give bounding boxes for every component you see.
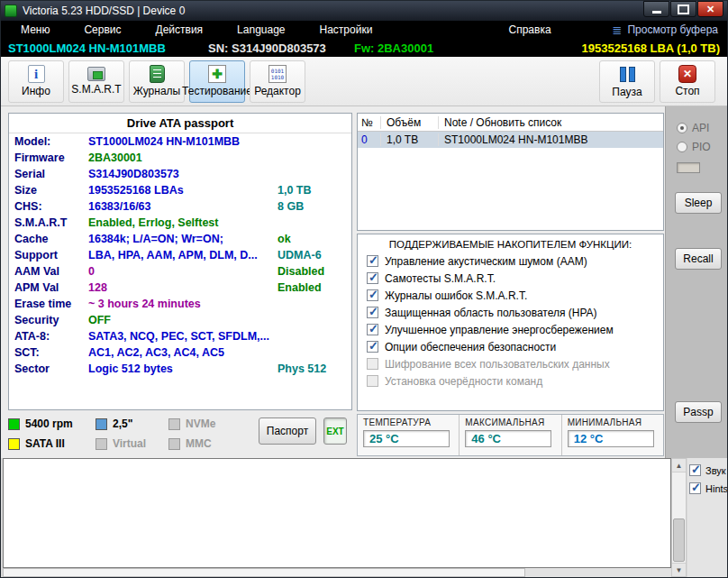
infobar-capacity: 1953525168 LBA (1,0 TB) [582,41,720,55]
passport-button[interactable]: Паспорт [259,417,316,445]
temperature-current-label: ТЕМПЕРАТУРА [363,417,453,427]
info-icon [28,65,45,83]
stop-button[interactable]: Стоп [660,60,715,103]
hpa-checkbox[interactable] [367,307,378,318]
hints-checkbox[interactable] [689,482,701,494]
info-tab-button[interactable]: Инфо [8,60,64,103]
legend-rpm: 5400 rpm [8,417,73,430]
function-selftests-label: Самотесты S.M.A.R.T. [385,272,496,285]
log-line: 22:17:14Screenshot C:\Users\Godyan\AppDa… [4,552,670,568]
maximize-button[interactable] [670,1,696,17]
log-line: 22:13:19Warning! Block start at 19308728… [4,498,670,516]
menu-service[interactable]: Сервис [84,23,121,36]
passport-row-support: Support LBA, HPA, AAM, APM, DLM, D... UD… [9,247,351,263]
main-area: Drive ATA passport Model: ST1000LM024 HN… [1,106,727,458]
functions-title: ПОДДЕРЖИВАЕМЫЕ НАКОПИТЕЛЕМ ФУНКЦИИ: [358,234,663,252]
column-number: № [358,116,381,129]
legend-form-factor: 2,5" [96,417,132,430]
passport-row-ata8: ATA-8: SATA3, NCQ, PEC, SCT, SFDLM,... [9,328,351,344]
passport-row-apm: APM Val 128 Enabled [9,280,351,296]
test-grid-icon [208,65,226,83]
sata-indicator-icon [8,438,20,450]
journals-tab-label: Журналы [133,85,180,97]
api-radio-label: API [692,122,709,134]
scroll-down-icon[interactable]: ▼ [672,563,686,576]
temperature-max-value: 46 °C [465,430,551,447]
legend-rpm-label: 5400 rpm [25,417,73,430]
passp-button[interactable]: Passp [675,401,722,423]
testing-tab-label: Тестирование [182,85,252,97]
passport-row-cache: Cache 16384k; L/A=ON; Wr=ON; ok [9,231,351,247]
log-horizontal-scrollbar[interactable] [3,568,671,577]
sound-label: Звук [705,465,726,476]
log-output[interactable]: 22:11:07Warning! Block start at 19180441… [3,458,671,568]
pio-radio[interactable] [677,142,687,152]
api-radio-row: API [677,122,709,134]
power-mgmt-checkbox[interactable] [367,324,378,335]
menu-help[interactable]: Справка [509,23,551,36]
menu-buffer-view[interactable]: ≣ Просмотр буфера [613,23,718,36]
function-security-label: Опции обеспечения безопасности [385,341,556,353]
temperature-min-value: 12 °C [568,430,654,447]
sleep-button[interactable]: Sleep [675,192,722,214]
menu-settings[interactable]: Настройки [320,23,373,36]
pause-button[interactable]: Пауза [599,60,655,103]
device-list-header: № Объём Note / Обновить список [358,114,663,132]
scroll-up-icon[interactable]: ▲ [672,459,686,472]
function-error-logs-label: Журналы ошибок S.M.A.R.T. [385,289,527,302]
function-selftests: Самотесты S.M.A.R.T. [358,270,663,287]
passport-title: Drive ATA passport [9,114,351,133]
infobar-firmware: Fw: 2BA30001 [354,41,433,55]
editor-tab-button[interactable]: Редактор [250,60,305,103]
hscroll-thumb[interactable] [3,568,525,577]
error-logs-checkbox[interactable] [367,289,378,301]
pause-label: Пауза [612,86,642,98]
temperature-panel: ТЕМПЕРАТУРА 25 °C МАКСИМАЛЬНАЯ 46 °C МИН… [357,414,664,456]
app-window: Victoria 5.23 HDD/SSD | Device 0 Меню Се… [0,0,728,578]
recall-button[interactable]: Recall [675,248,722,270]
testing-tab-button[interactable]: Тестирование [189,60,245,103]
api-radio[interactable] [677,123,687,133]
menu-actions[interactable]: Действия [156,23,204,36]
function-hpa: Защищенная область пользователя (HPA) [358,304,663,321]
smart-icon [87,67,105,81]
function-ncq-label: Установка очерёдности команд [385,375,542,388]
form-factor-indicator-icon [96,418,107,430]
log-region: 22:11:07Warning! Block start at 19180441… [1,458,727,577]
column-note-refresh[interactable]: Note / Обновить список [439,116,663,129]
security-checkbox[interactable] [367,341,378,353]
temperature-min-label: МИНИМАЛЬНАЯ [568,417,658,427]
passport-row-sector: Sector Logic 512 bytes Phys 512 [9,361,351,377]
smart-tab-label: S.M.A.R.T [71,83,121,96]
sound-checkbox[interactable] [689,464,701,476]
passport-row-chs: CHS: 16383/16/63 8 GB [9,198,351,215]
nvme-indicator-icon [168,418,180,430]
hints-option: Hints [689,482,728,494]
log-vertical-scrollbar[interactable]: ▲ ▼ [671,458,687,577]
function-security: Опции обеспечения безопасности [358,338,663,355]
log-line: 22:14:32Warning! Block start at 19378954… [4,516,670,534]
titlebar: Victoria 5.23 HDD/SSD | Device 0 [1,1,727,21]
device-row[interactable]: 0 1,0 TB ST1000LM024 HN-M101MBB [358,132,663,148]
menu-language[interactable]: Language [237,23,285,36]
drive-passport-panel: Drive ATA passport Model: ST1000LM024 HN… [8,113,352,410]
vscroll-thumb[interactable] [673,518,685,562]
journals-tab-button[interactable]: Журналы [129,60,185,103]
journal-icon [150,65,165,83]
function-error-logs: Журналы ошибок S.M.A.R.T. [358,287,663,304]
virtual-indicator-icon [96,438,107,450]
selftests-checkbox[interactable] [367,272,378,284]
aam-checkbox[interactable] [367,255,378,267]
minimize-button[interactable] [643,1,669,17]
passport-row-size: Size 1953525168 LBAs 1,0 TB [9,182,351,198]
temperature-max-label: МАКСИМАЛЬНАЯ [465,417,555,427]
menu-main[interactable]: Меню [21,23,50,36]
temperature-max: МАКСИМАЛЬНАЯ 46 °C [460,415,561,455]
pause-icon [617,64,637,84]
close-button[interactable] [697,1,723,17]
ext-button[interactable]: EXT [323,417,347,445]
ncq-checkbox [367,375,378,387]
passport-row-security: Security OFF [9,312,351,328]
smart-tab-button[interactable]: S.M.A.R.T [68,60,124,103]
function-aam-label: Управление акустическим шумом (AAM) [385,255,587,268]
